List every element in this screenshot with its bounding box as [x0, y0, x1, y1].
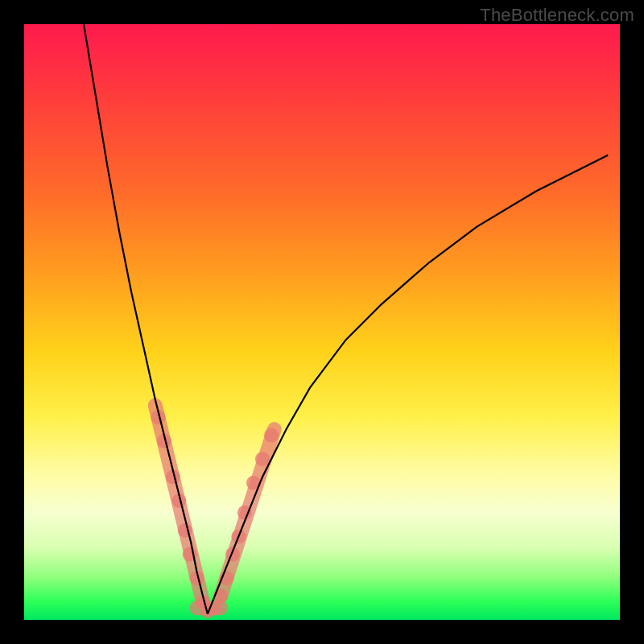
highlight-dot [255, 452, 270, 466]
highlight-dots [151, 410, 279, 618]
watermark-text: TheBottleneck.com [480, 5, 634, 26]
highlight-dot [264, 428, 279, 443]
curve-right-branch [208, 155, 608, 614]
chart-frame: TheBottleneck.com [0, 0, 644, 644]
highlight-guides [155, 406, 275, 609]
plot-area [24, 24, 620, 620]
curves-svg [24, 24, 620, 620]
